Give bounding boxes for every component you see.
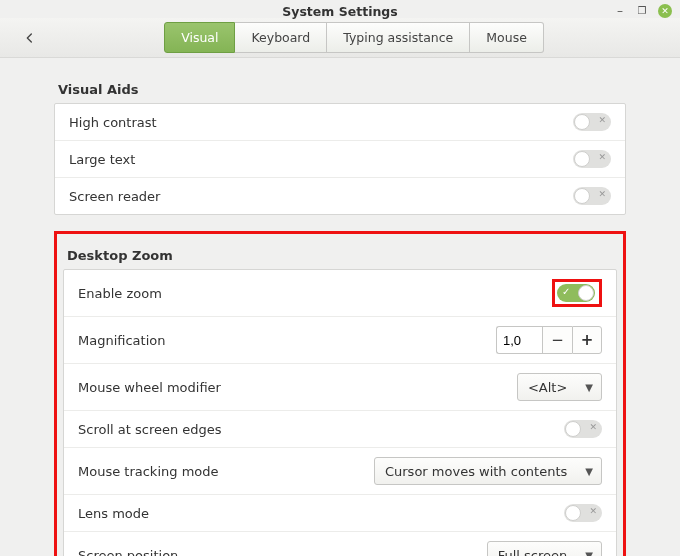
input-magnification[interactable] (496, 326, 542, 354)
row-high-contrast: High contrast (55, 104, 625, 140)
stepper-magnification: − + (496, 326, 602, 354)
titlebar: System Settings (0, 0, 680, 18)
tabstrip: Visual Keyboard Typing assistance Mouse (164, 22, 544, 53)
combo-mouse-tracking-mode[interactable]: Cursor moves with contents ▼ (374, 457, 602, 485)
toggle-screen-reader[interactable] (573, 187, 611, 205)
label-enable-zoom: Enable zoom (78, 286, 552, 301)
combo-value-mouse-wheel-modifier: <Alt> (528, 380, 567, 395)
window-title: System Settings (282, 4, 397, 19)
chevron-down-icon: ▼ (577, 382, 593, 393)
toggle-enable-zoom[interactable] (557, 284, 595, 302)
tab-visual[interactable]: Visual (164, 22, 235, 53)
button-magnification-increase[interactable]: + (572, 326, 602, 354)
section-title-visual-aids: Visual Aids (58, 82, 622, 97)
tab-keyboard[interactable]: Keyboard (235, 22, 327, 53)
section-title-desktop-zoom: Desktop Zoom (67, 248, 613, 263)
row-enable-zoom: Enable zoom (64, 270, 616, 316)
row-screen-position: Screen position Full screen ▼ (64, 531, 616, 556)
toggle-high-contrast[interactable] (573, 113, 611, 131)
label-lens-mode: Lens mode (78, 506, 564, 521)
toggle-lens-mode[interactable] (564, 504, 602, 522)
content-area: Visual Aids High contrast Large text Scr… (0, 58, 680, 556)
label-high-contrast: High contrast (69, 115, 573, 130)
combo-screen-position[interactable]: Full screen ▼ (487, 541, 602, 556)
chevron-down-icon: ▼ (577, 550, 593, 557)
row-magnification: Magnification − + (64, 316, 616, 363)
row-mouse-tracking-mode: Mouse tracking mode Cursor moves with co… (64, 447, 616, 494)
panel-visual-aids: High contrast Large text Screen reader (54, 103, 626, 215)
label-mouse-wheel-modifier: Mouse wheel modifier (78, 380, 517, 395)
tab-mouse[interactable]: Mouse (470, 22, 544, 53)
toggle-large-text[interactable] (573, 150, 611, 168)
button-magnification-decrease[interactable]: − (542, 326, 572, 354)
chevron-down-icon: ▼ (577, 466, 593, 477)
label-scroll-at-edges: Scroll at screen edges (78, 422, 564, 437)
label-large-text: Large text (69, 152, 573, 167)
row-large-text: Large text (55, 140, 625, 177)
window-controls (614, 4, 672, 18)
label-mouse-tracking-mode: Mouse tracking mode (78, 464, 374, 479)
toolbar: Visual Keyboard Typing assistance Mouse (0, 18, 680, 58)
maximize-icon[interactable] (636, 5, 648, 17)
arrow-left-icon (22, 30, 38, 46)
label-screen-reader: Screen reader (69, 189, 573, 204)
combo-mouse-wheel-modifier[interactable]: <Alt> ▼ (517, 373, 602, 401)
toggle-scroll-at-edges[interactable] (564, 420, 602, 438)
combo-value-screen-position: Full screen (498, 548, 568, 557)
combo-value-mouse-tracking-mode: Cursor moves with contents (385, 464, 567, 479)
highlight-enable-zoom-toggle (552, 279, 602, 307)
label-screen-position: Screen position (78, 548, 487, 557)
close-icon[interactable] (658, 4, 672, 18)
label-magnification: Magnification (78, 333, 496, 348)
highlight-desktop-zoom: Desktop Zoom Enable zoom Magnification −… (54, 231, 626, 556)
back-button[interactable] (16, 24, 44, 52)
panel-desktop-zoom: Enable zoom Magnification − + Mouse whee… (63, 269, 617, 556)
row-mouse-wheel-modifier: Mouse wheel modifier <Alt> ▼ (64, 363, 616, 410)
row-scroll-at-edges: Scroll at screen edges (64, 410, 616, 447)
row-lens-mode: Lens mode (64, 494, 616, 531)
tab-typing-assistance[interactable]: Typing assistance (327, 22, 470, 53)
row-screen-reader: Screen reader (55, 177, 625, 214)
minimize-icon[interactable] (614, 5, 626, 17)
